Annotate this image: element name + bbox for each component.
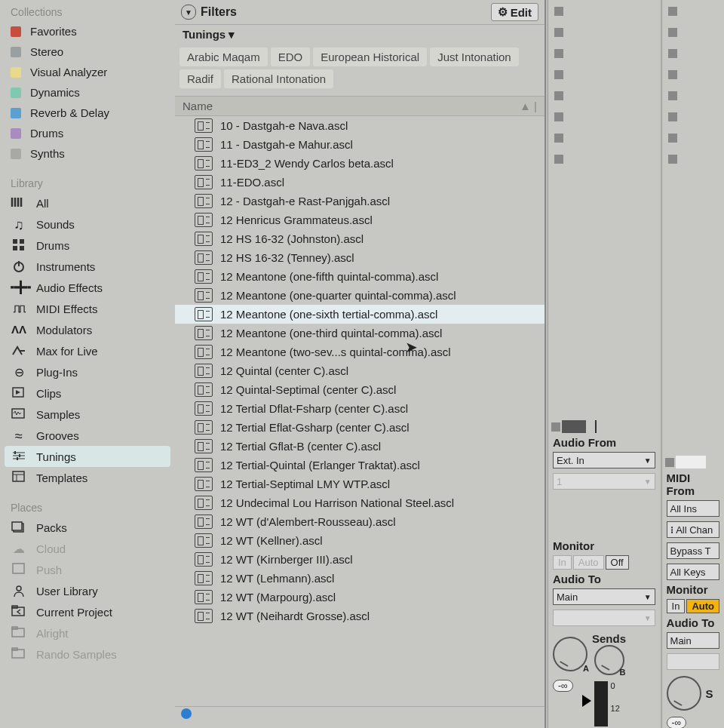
clip-slot[interactable]	[665, 106, 721, 127]
list-item[interactable]: 12 WT (Kellner).ascl	[175, 531, 545, 550]
list-item[interactable]: 11 - Dastgah-e Mahur.ascl	[175, 135, 545, 154]
library-item-clips[interactable]: Clips	[0, 382, 175, 404]
send-a-knob[interactable]: A	[553, 637, 587, 671]
collection-item[interactable]: Dynamics	[0, 82, 175, 103]
library-item-instruments[interactable]: Instruments	[0, 256, 175, 277]
send-b-knob[interactable]: B	[594, 645, 624, 675]
column-header[interactable]: Name ▲ |	[175, 96, 545, 116]
filter-tag[interactable]: Just Intonation	[430, 48, 519, 66]
library-item-samples[interactable]: Samples	[0, 404, 175, 425]
collection-item[interactable]: Favorites	[0, 21, 175, 41]
stop-icon[interactable]	[551, 422, 560, 432]
library-item-sounds[interactable]: ♫Sounds	[0, 213, 175, 235]
clip-slot[interactable]	[551, 43, 657, 63]
clip-slot[interactable]	[551, 106, 657, 127]
filter-tag[interactable]: European Historical	[313, 48, 427, 66]
monitor-in[interactable]: In	[667, 599, 686, 613]
list-item[interactable]: 12 Meantone (two-sev...s quintal-comma).…	[175, 342, 545, 361]
midi-channel-select[interactable]: ⁝ All Chan	[667, 521, 719, 538]
place-item[interactable]: Rando Samples	[0, 644, 175, 665]
list-item[interactable]: 12 HS 16-32 (Johnston).ascl	[175, 229, 545, 248]
filter-tag[interactable]: Arabic Maqam	[179, 48, 268, 66]
monitor-in[interactable]: In	[553, 555, 572, 570]
library-item-plug-ins[interactable]: ⊖Plug-Ins	[0, 361, 175, 382]
clip-slot[interactable]	[551, 127, 657, 148]
clip-slot[interactable]	[665, 149, 721, 169]
edit-button[interactable]: ⚙ Edit	[491, 3, 538, 21]
keys-select[interactable]: All Keys	[667, 564, 719, 580]
clip-slot[interactable]	[551, 64, 657, 84]
list-item[interactable]: 12 WT (Kirnberger III).ascl	[175, 550, 545, 569]
monitor-auto[interactable]: Auto	[686, 599, 719, 613]
library-item-grooves[interactable]: ≈Grooves	[0, 425, 175, 446]
list-item[interactable]: 12 Quintal (center C).ascl	[175, 361, 545, 380]
library-item-tunings[interactable]: Tunings	[5, 446, 170, 467]
clip-slot[interactable]	[665, 127, 721, 148]
audio-channel-select[interactable]: 1▼	[553, 473, 655, 490]
bypass-select[interactable]: Bypass T	[667, 542, 719, 559]
clip-slot[interactable]	[665, 85, 721, 106]
list-item[interactable]: 12 Henricus Grammateus.ascl	[175, 210, 545, 229]
list-item[interactable]: 10 - Dastgah-e Nava.ascl	[175, 116, 545, 135]
library-item-audio effects[interactable]: ╍╋╍Audio Effects	[0, 277, 175, 298]
list-item[interactable]: 12 WT (Marpourg).ascl	[175, 588, 545, 607]
collection-item[interactable]: Synths	[0, 143, 175, 164]
library-item-midi effects[interactable]: ⎍⎍MIDI Effects	[0, 298, 175, 319]
clip-slot[interactable]	[551, 149, 657, 169]
filter-tag[interactable]: EDO	[271, 48, 311, 66]
audio-to-select[interactable]: Main	[667, 632, 719, 649]
library-item-templates[interactable]: Templates	[0, 467, 175, 488]
list-item[interactable]: 12 Undecimal Lou Harrison National Steel…	[175, 493, 545, 512]
place-item[interactable]: Alright	[0, 622, 175, 644]
audio-to-sub[interactable]: ▼	[553, 610, 655, 626]
audio-to-select[interactable]: Main▼	[553, 588, 655, 605]
clip-slot[interactable]	[665, 22, 721, 42]
list-item[interactable]: 12 Meantone (one-sixth tertial-comma).as…	[175, 305, 545, 324]
library-item-modulators[interactable]: ΛΛModulators	[0, 319, 175, 340]
list-item[interactable]: 12 Meantone (one-third quintal-comma).as…	[175, 324, 545, 342]
collection-item[interactable]: Visual Analyzer	[0, 62, 175, 82]
clip-slot[interactable]	[551, 85, 657, 106]
monitor-auto[interactable]: Auto	[573, 555, 604, 570]
monitor-off[interactable]: Off	[606, 555, 629, 570]
list-item[interactable]: 12 Tertial-Quintal (Erlanger Traktat).as…	[175, 456, 545, 475]
stop-icon[interactable]	[665, 458, 674, 467]
audio-from-select[interactable]: Ext. In▼	[553, 452, 655, 468]
place-item[interactable]: Push	[0, 559, 175, 580]
clip-slot[interactable]	[551, 1, 657, 21]
list-item[interactable]: 12 Quintal-Septimal (center C).ascl	[175, 380, 545, 399]
library-item-drums[interactable]: Drums	[0, 235, 175, 256]
library-item-all[interactable]: All	[0, 192, 175, 213]
clip-slot[interactable]	[665, 43, 721, 63]
list-item[interactable]: 12 WT (Neihardt Grosse).ascl	[175, 607, 545, 625]
list-item[interactable]: 12 Tertial Dflat-Fsharp (center C).ascl	[175, 399, 545, 418]
clip-slot[interactable]	[665, 64, 721, 84]
status-dot-icon[interactable]	[181, 708, 192, 719]
list-item[interactable]: 11-EDO.ascl	[175, 173, 545, 192]
filters-toggle-icon[interactable]: ▼	[181, 5, 196, 20]
list-item[interactable]: 11-ED3_2 Wendy Carlos beta.ascl	[175, 154, 545, 173]
list-item[interactable]: 12 - Dastgah-e Rast-Panjgah.ascl	[175, 192, 545, 210]
list-item[interactable]: 12 HS 16-32 (Tenney).ascl	[175, 248, 545, 267]
library-item-max for live[interactable]: Max for Live	[0, 340, 175, 361]
place-item[interactable]: ☁Cloud	[0, 538, 175, 559]
filter-tag[interactable]: Radif	[179, 69, 221, 88]
clip-slot[interactable]	[551, 22, 657, 42]
midi-from-select[interactable]: All Ins	[667, 500, 719, 517]
list-item[interactable]: 12 Tertial Eflat-Gsharp (center C).ascl	[175, 418, 545, 437]
audio-to-sub[interactable]	[667, 653, 719, 670]
place-item[interactable]: User Library	[0, 580, 175, 601]
filter-category[interactable]: Tunings ▾	[175, 25, 545, 45]
list-item[interactable]: 12 Meantone (one-quarter quintal-comma).…	[175, 286, 545, 305]
clip-slot[interactable]	[665, 1, 721, 21]
collection-item[interactable]: Drums	[0, 123, 175, 143]
collection-item[interactable]: Reverb & Delay	[0, 103, 175, 123]
list-item[interactable]: 12 Meantone (one-fifth quintal-comma).as…	[175, 267, 545, 286]
list-item[interactable]: 12 WT (d'Alembert-Rousseau).ascl	[175, 512, 545, 531]
place-item[interactable]: Packs	[0, 517, 175, 538]
list-item[interactable]: 12 WT (Lehmann).ascl	[175, 569, 545, 588]
list-item[interactable]: 12 Tertial Gflat-B (center C).ascl	[175, 437, 545, 456]
volume-fader[interactable]: 0 12	[578, 680, 624, 728]
send-a-knob[interactable]	[667, 676, 701, 711]
list-item[interactable]: 12 Tertial-Septimal LMY WTP.ascl	[175, 475, 545, 493]
